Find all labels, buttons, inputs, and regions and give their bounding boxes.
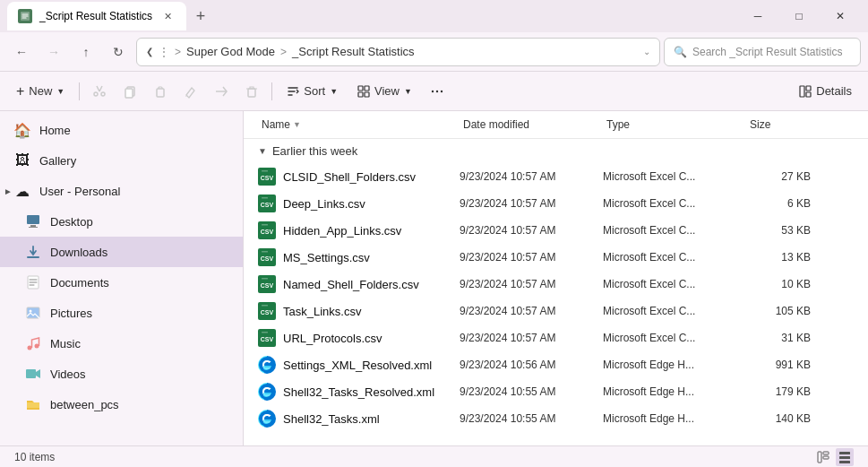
- table-row[interactable]: CSV Task_Links.csv 9/23/2024 10:57 AM Mi…: [244, 298, 868, 324]
- share-button[interactable]: [207, 77, 236, 106]
- sidebar-item-label: Pictures: [50, 307, 92, 320]
- svg-rect-24: [26, 369, 36, 378]
- list-view-button[interactable]: [836, 448, 854, 466]
- details-icon: [799, 85, 812, 98]
- sidebar-item-label: Home: [39, 124, 71, 137]
- file-name-cell: Shell32_Tasks.xml: [258, 410, 460, 428]
- up-button[interactable]: ↑: [72, 38, 100, 66]
- forward-button[interactable]: →: [39, 38, 68, 66]
- file-type: Microsoft Edge H...: [603, 359, 746, 371]
- file-name-cell: CSV MS_Settings.csv: [258, 248, 460, 266]
- toolbar: + New ▼ Sort ▼ View ▼ Details: [0, 72, 868, 111]
- sidebar: 🏠 Home 🖼 Gallery ► ☁ User - Personal Des…: [0, 111, 244, 445]
- minimize-button[interactable]: ─: [737, 0, 778, 32]
- new-button[interactable]: + New ▼: [7, 77, 73, 106]
- desktop-icon: [25, 213, 41, 229]
- svg-rect-8: [365, 92, 369, 97]
- new-dropdown-icon: ▼: [56, 87, 64, 96]
- item-count: 10 items: [14, 451, 55, 463]
- sidebar-item-user-personal[interactable]: ► ☁ User - Personal: [0, 176, 243, 206]
- videos-icon: [25, 366, 41, 382]
- svg-point-21: [30, 310, 32, 313]
- sidebar-item-pictures[interactable]: Pictures 📌: [0, 298, 243, 328]
- file-type: Microsoft Excel C...: [603, 170, 746, 183]
- sidebar-item-music[interactable]: Music 📌: [0, 328, 243, 359]
- back-button[interactable]: ←: [7, 38, 36, 66]
- table-row[interactable]: Settings_XML_Resolved.xml 9/23/2024 10:5…: [244, 351, 868, 378]
- col-extra-header: [818, 115, 854, 134]
- active-tab[interactable]: _Script Result Statistics ✕: [7, 2, 186, 30]
- csv-file-icon: CSV: [258, 168, 276, 186]
- col-size-header[interactable]: Size: [746, 115, 818, 134]
- sidebar-item-videos[interactable]: Videos 📌: [0, 359, 243, 389]
- sidebar-item-desktop[interactable]: Desktop 📌: [0, 206, 243, 237]
- sidebar-item-gallery[interactable]: 🖼 Gallery: [0, 145, 243, 176]
- more-button[interactable]: [423, 77, 451, 106]
- rename-button[interactable]: [176, 77, 205, 106]
- sidebar-item-label: Documents: [50, 276, 109, 290]
- svg-rect-3: [157, 89, 164, 97]
- table-row[interactable]: Shell32_Tasks_Resolved.xml 9/23/2024 10:…: [244, 378, 868, 405]
- search-icon: 🔍: [674, 46, 687, 58]
- sidebar-item-home[interactable]: 🏠 Home: [0, 115, 243, 145]
- paste-button[interactable]: [146, 77, 175, 106]
- csv-file-icon: CSV: [258, 302, 276, 320]
- table-row[interactable]: CSV Named_Shell_Folders.csv 9/23/2024 10…: [244, 271, 868, 298]
- file-name: Task_Links.csv: [283, 305, 361, 318]
- file-list-content: Name ▼ Date modified Type Size ▼ Earlier…: [244, 111, 868, 445]
- csv-file-icon: CSV: [258, 248, 276, 266]
- view-label: View: [374, 84, 400, 98]
- address-bar: ← → ↑ ↻ ❮ ⋮ > Super God Mode > _Script R…: [0, 32, 868, 72]
- file-date: 9/23/2024 10:57 AM: [460, 278, 603, 290]
- col-date-header[interactable]: Date modified: [460, 115, 603, 134]
- table-row[interactable]: CSV CLSID_Shell_Folders.csv 9/23/2024 10…: [244, 163, 868, 190]
- sort-button[interactable]: Sort ▼: [278, 77, 347, 106]
- table-row[interactable]: CSV Hidden_App_Links.csv 9/23/2024 10:57…: [244, 217, 868, 244]
- svg-rect-12: [800, 86, 804, 97]
- view-button[interactable]: View ▼: [348, 77, 421, 106]
- sidebar-item-between-pcs[interactable]: between_pcs 📌: [0, 389, 243, 419]
- file-type: Microsoft Excel C...: [603, 251, 746, 264]
- breadcrumb-item-1[interactable]: Super God Mode: [186, 45, 275, 58]
- svg-text:CSV: CSV: [261, 175, 274, 181]
- file-name-cell: Shell32_Tasks_Resolved.xml: [258, 383, 460, 401]
- svg-rect-50: [823, 452, 829, 454]
- cut-button[interactable]: [85, 77, 114, 106]
- sidebar-item-downloads[interactable]: Downloads 📌: [0, 237, 243, 267]
- new-tab-button[interactable]: +: [186, 2, 215, 30]
- delete-button[interactable]: [237, 77, 266, 106]
- breadcrumb-arrow-1: >: [175, 46, 181, 58]
- file-name: MS_Settings.csv: [283, 251, 370, 264]
- group-earlier-this-week[interactable]: ▼ Earlier this week: [244, 139, 868, 163]
- file-type: Microsoft Excel C...: [603, 224, 746, 237]
- search-box[interactable]: 🔍 Search _Script Result Statistics: [664, 38, 861, 66]
- breadcrumb-sep-1: ⋮: [159, 46, 169, 58]
- edge-file-icon: [258, 410, 276, 428]
- address-box[interactable]: ❮ ⋮ > Super God Mode > _Script Result St…: [136, 38, 660, 66]
- tab-close-button[interactable]: ✕: [159, 8, 176, 24]
- new-label: New: [29, 84, 52, 98]
- details-view-button[interactable]: [814, 448, 832, 466]
- refresh-button[interactable]: ↻: [104, 38, 133, 66]
- svg-rect-2: [125, 89, 133, 98]
- col-name-header[interactable]: Name ▼: [258, 115, 460, 134]
- window-controls: ─ □ ✕: [737, 0, 861, 32]
- table-row[interactable]: CSV Deep_Links.csv 9/23/2024 10:57 AM Mi…: [244, 190, 868, 217]
- svg-rect-33: [262, 224, 268, 226]
- table-row[interactable]: Shell32_Tasks.xml 9/23/2024 10:55 AM Mic…: [244, 405, 868, 432]
- maximize-button[interactable]: □: [778, 0, 820, 32]
- breadcrumb-item-2[interactable]: _Script Result Statistics: [292, 45, 415, 58]
- close-button[interactable]: ✕: [820, 0, 861, 32]
- downloads-icon: [25, 244, 41, 260]
- table-row[interactable]: CSV MS_Settings.csv 9/23/2024 10:57 AM M…: [244, 244, 868, 271]
- svg-rect-17: [29, 227, 38, 228]
- details-button[interactable]: Details: [790, 77, 861, 106]
- col-type-header[interactable]: Type: [603, 115, 746, 134]
- statusbar: 10 items: [0, 445, 868, 467]
- file-name: Shell32_Tasks.xml: [283, 412, 380, 426]
- sidebar-item-documents[interactable]: Documents 📌: [0, 267, 243, 298]
- file-name-cell: CSV Deep_Links.csv: [258, 195, 460, 212]
- file-name: Shell32_Tasks_Resolved.xml: [283, 385, 434, 399]
- table-row[interactable]: CSV URL_Protocols.csv 9/23/2024 10:57 AM…: [244, 324, 868, 351]
- copy-button[interactable]: [116, 77, 144, 106]
